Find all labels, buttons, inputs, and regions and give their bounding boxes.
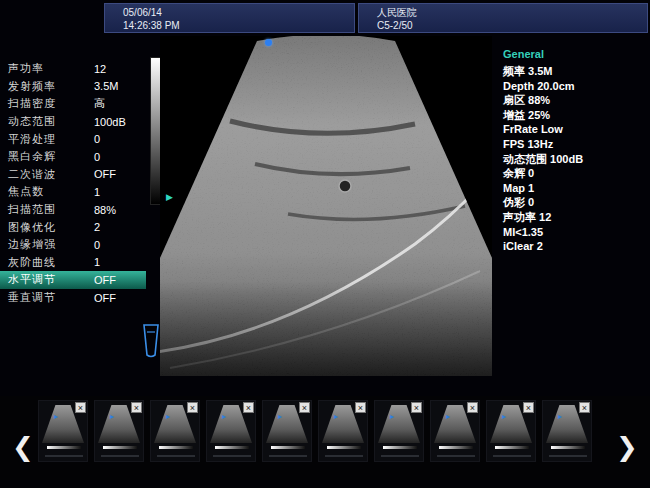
parameter-label: 发射频率: [8, 79, 94, 94]
thumbnail-caption: [157, 455, 195, 457]
thumbnail-close-button[interactable]: ×: [187, 402, 198, 413]
thumbnail-grayscale: [271, 446, 305, 449]
parameter-label: 图像优化: [8, 220, 94, 235]
date-text: 05/06/14: [123, 6, 354, 19]
thumbnail-marker-icon: ▸: [54, 412, 58, 421]
thumbnail-close-button[interactable]: ×: [243, 402, 254, 413]
film-strip: ❮ ▸ × ▸ × ▸ × ▸ × ▸ × ▸ ×: [0, 396, 650, 480]
info-line: Map 1: [503, 181, 648, 196]
thumbnail-close-button[interactable]: ×: [299, 402, 310, 413]
thumbnail-close-button[interactable]: ×: [355, 402, 366, 413]
parameter-label: 扫描范围: [8, 202, 94, 217]
thumbnail-close-button[interactable]: ×: [467, 402, 478, 413]
thumbnail-caption: [381, 455, 419, 457]
parameter-label: 平滑处理: [8, 132, 94, 147]
parameter-label: 焦点数: [8, 184, 94, 199]
thumbnail-caption: [325, 455, 363, 457]
info-line: 动态范围 100dB: [503, 152, 648, 167]
thumbnail-close-button[interactable]: ×: [579, 402, 590, 413]
parameter-label: 声功率: [8, 61, 94, 76]
thumbnail-caption: [437, 455, 475, 457]
parameter-row[interactable]: 平滑处理 0: [0, 130, 146, 148]
thumbnail-caption: [269, 455, 307, 457]
parameter-value: OFF: [94, 168, 116, 180]
info-line: 余辉 0: [503, 166, 648, 181]
parameter-value: 0: [94, 151, 100, 163]
ultrasound-image: [160, 36, 492, 376]
parameter-row[interactable]: 扫描范围 88%: [0, 201, 146, 219]
parameter-row[interactable]: 黑白余辉 0: [0, 148, 146, 166]
thumbnail-close-button[interactable]: ×: [131, 402, 142, 413]
thumbnail-close-button[interactable]: ×: [411, 402, 422, 413]
prev-thumbnails-button[interactable]: ❮: [12, 434, 34, 460]
parameter-value: 高: [94, 96, 105, 111]
next-thumbnails-button[interactable]: ❯: [616, 434, 638, 460]
parameter-value: 2: [94, 221, 100, 233]
parameter-label: 二次谐波: [8, 167, 94, 182]
thumbnail-grayscale: [495, 446, 529, 449]
hospital-name: 人民医院: [377, 6, 647, 19]
thumbnail[interactable]: ▸ ×: [94, 400, 144, 462]
parameter-row[interactable]: 二次谐波 OFF: [0, 166, 146, 184]
thumbnail[interactable]: ▸ ×: [430, 400, 480, 462]
info-lines: 频率 3.5M Depth 20.0cm 扇区 88% 增益 25% FrRat…: [503, 64, 648, 254]
parameter-row[interactable]: 发射频率 3.5M: [0, 78, 146, 96]
parameter-label: 扫描密度: [8, 96, 94, 111]
thumbnail-close-button[interactable]: ×: [523, 402, 534, 413]
parameter-value: OFF: [94, 274, 116, 286]
thumbnail-list: ▸ × ▸ × ▸ × ▸ × ▸ × ▸ ×: [38, 400, 592, 462]
parameter-value: OFF: [94, 292, 116, 304]
thumbnail-marker-icon: ▸: [390, 412, 394, 421]
thumbnail-caption: [493, 455, 531, 457]
info-line: 频率 3.5M: [503, 64, 648, 79]
parameter-row[interactable]: 边缘增强 0: [0, 236, 146, 254]
hospital-panel: 人民医院 C5-2/50: [358, 3, 648, 33]
parameter-value: 3.5M: [94, 80, 118, 92]
parameter-panel: 声功率 12 发射频率 3.5M 扫描密度 高 动态范围 100dB 平滑处理 …: [0, 60, 146, 306]
info-line: iClear 2: [503, 239, 648, 254]
parameter-value: 1: [94, 186, 100, 198]
thumbnail-caption: [549, 455, 587, 457]
thumbnail[interactable]: ▸ ×: [374, 400, 424, 462]
thumbnail-grayscale: [383, 446, 417, 449]
parameter-row[interactable]: 水平调节 OFF: [0, 271, 146, 289]
parameter-row[interactable]: 动态范围 100dB: [0, 113, 146, 131]
parameter-row[interactable]: 垂直调节 OFF: [0, 289, 146, 307]
thumbnail-grayscale: [327, 446, 361, 449]
info-line: 伪彩 0: [503, 195, 648, 210]
thumbnail-marker-icon: ▸: [166, 412, 170, 421]
parameter-row[interactable]: 声功率 12: [0, 60, 146, 78]
info-line: 增益 25%: [503, 108, 648, 123]
thumbnail-grayscale: [215, 446, 249, 449]
thumbnail-marker-icon: ▸: [110, 412, 114, 421]
probe-model: C5-2/50: [377, 19, 647, 32]
parameter-row[interactable]: 焦点数 1: [0, 183, 146, 201]
image-info-panel: General 频率 3.5M Depth 20.0cm 扇区 88% 增益 2…: [503, 48, 648, 254]
parameter-label: 水平调节: [8, 272, 94, 287]
thumbnail-caption: [45, 455, 83, 457]
thumbnail[interactable]: ▸ ×: [206, 400, 256, 462]
thumbnail-marker-icon: ▸: [222, 412, 226, 421]
thumbnail[interactable]: ▸ ×: [150, 400, 200, 462]
thumbnail[interactable]: ▸ ×: [318, 400, 368, 462]
thumbnail[interactable]: ▸ ×: [38, 400, 88, 462]
info-line: 声功率 12: [503, 210, 648, 225]
parameter-label: 动态范围: [8, 114, 94, 129]
parameter-row[interactable]: 扫描密度 高: [0, 95, 146, 113]
thumbnail-marker-icon: ▸: [334, 412, 338, 421]
parameter-row[interactable]: 图像优化 2: [0, 218, 146, 236]
time-text: 14:26:38 PM: [123, 19, 354, 32]
thumbnail[interactable]: ▸ ×: [542, 400, 592, 462]
ultrasound-screen: 05/06/14 14:26:38 PM 人民医院 C5-2/50 声功率 12…: [0, 0, 650, 488]
thumbnail-grayscale: [159, 446, 193, 449]
focus-marker-icon[interactable]: ▶: [166, 192, 173, 202]
thumbnail[interactable]: ▸ ×: [486, 400, 536, 462]
thumbnail-close-button[interactable]: ×: [75, 402, 86, 413]
parameter-value: 0: [94, 133, 100, 145]
thumbnail[interactable]: ▸ ×: [262, 400, 312, 462]
body-mark-icon[interactable]: [138, 322, 164, 360]
datetime-panel: 05/06/14 14:26:38 PM: [104, 3, 355, 33]
thumbnail-grayscale: [551, 446, 585, 449]
parameter-value: 88%: [94, 204, 116, 216]
parameter-row[interactable]: 灰阶曲线 1: [0, 254, 146, 272]
